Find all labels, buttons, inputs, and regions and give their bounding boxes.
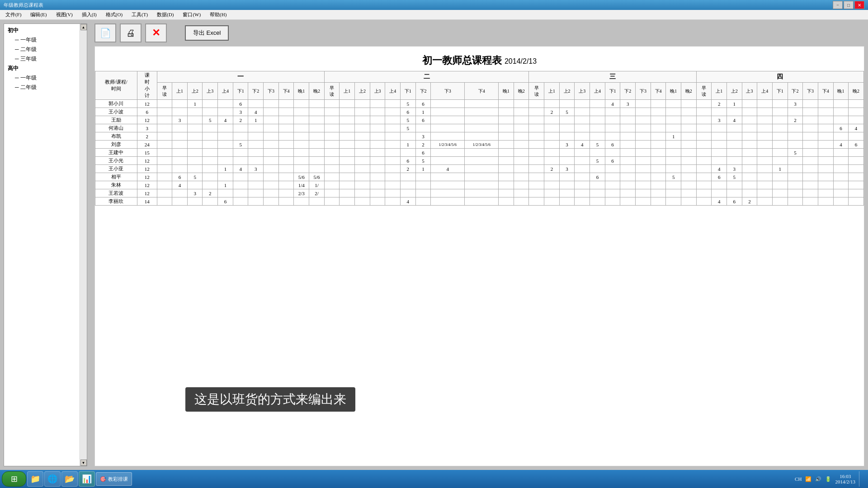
mon-x2: 下2 — [248, 83, 264, 100]
table-row: 何港山 3 5 64 — [95, 124, 864, 132]
thu-x2: 下2 — [788, 83, 803, 100]
mon-x1: 下1 — [233, 83, 248, 100]
teacher-hours: 12 — [137, 157, 157, 165]
group-senior: 高中 — [6, 64, 85, 73]
minimize-button[interactable]: － — [833, 1, 843, 9]
header-row-1: 教师/课程/时间 课时小计 一 二 三 四 — [95, 71, 864, 83]
subtitle-overlay: 这是以班货的方式来编出来 — [185, 387, 355, 412]
export-excel-button[interactable]: 导出 Excel — [185, 25, 229, 41]
new-button[interactable]: 📄 — [94, 23, 116, 42]
teacher-name: 李丽欣 — [95, 197, 137, 206]
menu-insert[interactable]: 插入(I) — [78, 10, 100, 19]
scrollbar[interactable]: ▲ ▼ — [80, 24, 87, 466]
menu-tools[interactable]: 工具(T) — [128, 10, 151, 19]
tue-zaodu: 早读 — [324, 83, 340, 100]
close-button[interactable]: ✕ — [854, 1, 864, 9]
taskbar-browser-icon[interactable]: 🌐 — [44, 471, 61, 487]
app-label: 教彩排课 — [108, 476, 128, 483]
teacher-hours: 6 — [137, 108, 157, 116]
wed-s1: 上1 — [544, 83, 560, 100]
menu-file[interactable]: 文件(F) — [2, 10, 25, 19]
show-desktop-icon[interactable] — [859, 471, 863, 487]
teacher-hours: 12 — [137, 181, 157, 189]
table-row: 朱林 12 411/41/ — [95, 181, 864, 189]
menu-format[interactable]: 格式(O) — [102, 10, 126, 19]
mon-w2: 晚2 — [309, 83, 325, 100]
col-hours-header: 课时小计 — [137, 71, 157, 100]
left-panel: 初中 ─ 一年级 ─ 二年级 ─ 三年级 高中 ─ 一年级 ─ 二年级 ▲ ▼ — [4, 23, 87, 466]
thu-s3: 上3 — [742, 83, 757, 100]
teacher-name: 相平 — [95, 173, 137, 181]
menu-data[interactable]: 数据(D) — [153, 10, 177, 19]
tue-s4: 上4 — [385, 83, 401, 100]
title-bar-left: 年级教师总课程表 — [4, 2, 43, 9]
tree-item-senior1[interactable]: ─ 一年级 — [6, 73, 85, 83]
language-indicator: CH — [795, 476, 802, 482]
taskbar-clock[interactable]: 16:03 2014/2/13 — [835, 474, 855, 484]
table-row: 李丽欣 14 6 4 462 — [95, 197, 864, 206]
tree-item-junior2[interactable]: ─ 二年级 — [6, 45, 85, 54]
maximize-button[interactable]: □ — [844, 1, 854, 9]
thu-w1: 晚1 — [833, 83, 849, 100]
taskbar-excel-icon[interactable]: 📊 — [79, 471, 95, 487]
thu-zaodu: 早读 — [696, 83, 712, 100]
tue-x1: 下1 — [401, 83, 416, 100]
start-button[interactable]: ⊞ — [2, 471, 26, 487]
teacher-name: 王小光 — [95, 157, 137, 165]
teacher-name: 布凯 — [95, 132, 137, 141]
taskbar-folder-icon[interactable]: 📁 — [27, 471, 43, 487]
battery-icon: 🔋 — [825, 476, 831, 482]
tree-item-junior3[interactable]: ─ 三年级 — [6, 54, 85, 64]
teacher-name: 王小波 — [95, 108, 137, 116]
wed-x1: 下1 — [605, 83, 620, 100]
tue-w1: 晚1 — [499, 83, 514, 100]
table-row: 王励 12 35421 56 342 — [95, 116, 864, 124]
menu-edit[interactable]: 编辑(E) — [27, 10, 50, 19]
group-junior: 初中 — [6, 26, 85, 35]
wed-x4: 下4 — [651, 83, 666, 100]
time-display: 16:03 — [835, 474, 855, 479]
title-bar-controls: － □ ✕ — [833, 1, 864, 9]
teacher-hours: 12 — [137, 189, 157, 197]
mon-w1: 晚1 — [294, 83, 309, 100]
thu-s2: 上2 — [726, 83, 742, 100]
mon-s1: 上1 — [172, 83, 188, 100]
wed-w1: 晚1 — [666, 83, 681, 100]
date-display: 2014/2/13 — [835, 479, 855, 484]
scroll-down-btn[interactable]: ▼ — [80, 460, 87, 466]
print-button[interactable]: 🖨 — [120, 23, 142, 42]
col-day-tue: 二 — [324, 71, 529, 83]
taskbar-active-app[interactable]: 🎯 教彩排课 — [96, 472, 132, 486]
tree-item-junior1[interactable]: ─ 一年级 — [6, 35, 85, 45]
table-row: 王若波 12 322/32/ — [95, 189, 864, 197]
app-title: 年级教师总课程表 — [4, 2, 43, 9]
mon-zaodu: 早读 — [157, 83, 172, 100]
tree-item-senior2[interactable]: ─ 二年级 — [6, 83, 85, 92]
scroll-up-btn[interactable]: ▲ — [80, 24, 87, 30]
schedule-title-text: 初一教师总课程表 — [422, 55, 502, 66]
tue-x2: 下2 — [415, 83, 431, 100]
thu-x1: 下1 — [772, 83, 788, 100]
col-day-thu: 四 — [696, 71, 863, 83]
tue-s3: 上3 — [370, 83, 385, 100]
toolbar-row: 📄 🖨 ✕ 导出 Excel — [94, 23, 864, 42]
delete-button[interactable]: ✕ — [145, 23, 167, 42]
network-icon: 📶 — [805, 476, 811, 482]
menu-window[interactable]: 窗口(W) — [179, 10, 204, 19]
teacher-name: 郭小川 — [95, 100, 137, 108]
thu-x4: 下4 — [818, 83, 833, 100]
table-row: 刘彦 24 5 121/2/3/4/5/61/2/3/4/5/6 3456 46 — [95, 141, 864, 149]
app-icon: 🎯 — [100, 476, 106, 482]
thu-s4: 上4 — [757, 83, 773, 100]
table-row: 王小波 6 34 61 25 — [95, 108, 864, 116]
teacher-name: 王小亚 — [95, 165, 137, 173]
mon-s3: 上3 — [203, 83, 218, 100]
mon-x4: 下4 — [278, 83, 294, 100]
taskbar-files-icon[interactable]: 📂 — [61, 471, 78, 487]
table-row: 相平 12 655/65/6 65 65 — [95, 173, 864, 181]
tue-s2: 上2 — [355, 83, 370, 100]
menu-help[interactable]: 帮助(H) — [206, 10, 230, 19]
mon-s2: 上2 — [187, 83, 203, 100]
menu-bar: 文件(F) 编辑(E) 视图(V) 插入(I) 格式(O) 工具(T) 数据(D… — [0, 10, 868, 20]
menu-view[interactable]: 视图(V) — [52, 10, 76, 19]
